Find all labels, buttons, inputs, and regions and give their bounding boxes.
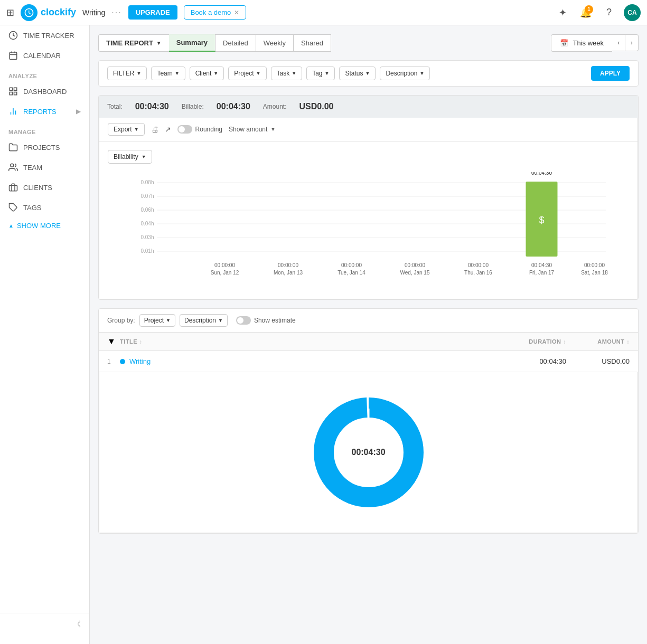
clockify-icon: [24, 7, 34, 18]
group-project-caret-icon: ▼: [166, 318, 171, 323]
donut-chart: 00:04:30: [305, 389, 432, 516]
show-estimate-switch[interactable]: [236, 316, 251, 325]
show-more-button[interactable]: ▲ SHOW MORE: [0, 217, 89, 234]
group-project-select[interactable]: Project ▼: [139, 314, 175, 327]
print-icon[interactable]: 🖨: [151, 125, 158, 134]
donut-chart-section: 00:04:30: [99, 372, 638, 533]
description-caret-icon: ▼: [419, 71, 424, 76]
share-icon[interactable]: ↗: [165, 125, 171, 134]
toggle-dot: [179, 126, 185, 132]
billability-select[interactable]: Billability ▼: [108, 150, 152, 164]
table-row: 1 Writing 00:04:30 USD0.00: [99, 351, 638, 372]
time-report-button[interactable]: TIME REPORT ▼: [98, 34, 169, 52]
sidebar-item-time-tracker[interactable]: TIME TRACKER: [0, 25, 89, 45]
team-filter-button[interactable]: Team ▼: [151, 67, 185, 80]
svg-text:00:00:00: 00:00:00: [405, 262, 425, 268]
sidebar-item-projects[interactable]: PROJECTS: [0, 137, 89, 157]
tab-detailed[interactable]: Detailed: [215, 34, 256, 52]
rounding-toggle-switch[interactable]: [177, 125, 192, 134]
tags-icon: [8, 203, 18, 212]
sidebar-label-reports: REPORTS: [23, 108, 57, 116]
group-project-label: Project: [144, 317, 164, 324]
collapse-all-icon[interactable]: ▼: [107, 337, 120, 346]
project-name[interactable]: Writing: [129, 357, 503, 365]
top-navigation: ⊞ clockify Writing ··· UPGRADE Book a de…: [0, 0, 647, 25]
book-demo-button[interactable]: Book a demo ✕: [184, 5, 247, 20]
calendar-small-icon: 📅: [560, 39, 568, 47]
sidebar-label-tags: TAGS: [23, 204, 41, 212]
logo[interactable]: clockify: [21, 4, 76, 21]
sidebar-label-clients: CLIENTS: [23, 184, 52, 192]
notifications-button[interactable]: 🔔 1: [577, 4, 594, 21]
rounding-toggle[interactable]: Rounding: [177, 125, 222, 134]
sidebar-label-dashboard: DASHBOARD: [23, 88, 67, 96]
show-amount-caret-icon: ▼: [270, 127, 275, 132]
show-estimate-label: Show estimate: [254, 317, 296, 324]
col-header-duration: DURATION ↕: [503, 338, 566, 345]
svg-point-12: [11, 164, 14, 167]
show-estimate-toggle[interactable]: Show estimate: [236, 316, 296, 325]
tab-weekly[interactable]: Weekly: [256, 34, 294, 52]
title-sort-icon[interactable]: ↕: [139, 339, 143, 345]
magic-icon[interactable]: ✦: [554, 4, 571, 21]
date-range-button[interactable]: 📅 This week: [551, 34, 612, 52]
svg-rect-6: [14, 88, 17, 90]
sidebar-label-team: TEAM: [23, 164, 42, 172]
status-filter-button[interactable]: Status ▼: [339, 67, 376, 80]
filter-button[interactable]: FILTER ▼: [107, 67, 147, 80]
svg-text:Sat, Jan 18: Sat, Jan 18: [581, 270, 608, 276]
tab-summary[interactable]: Summary: [169, 34, 215, 52]
help-button[interactable]: ?: [601, 4, 617, 21]
project-filter-button[interactable]: Project ▼: [228, 67, 266, 80]
apply-filter-button[interactable]: APPLY: [591, 66, 630, 81]
next-period-button[interactable]: ›: [625, 34, 639, 51]
sidebar-item-team[interactable]: TEAM: [0, 157, 89, 177]
tab-shared[interactable]: Shared: [294, 34, 331, 52]
table-header: ▼ TITLE ↕ DURATION ↕ AMOUNT ↕: [99, 333, 638, 351]
bar-chart-svg: 0.08h 0.07h 0.06h 0.04h 0.03h 0.01h 00:0…: [108, 172, 629, 288]
grid-icon[interactable]: ⊞: [6, 7, 14, 18]
book-demo-label: Book a demo: [191, 8, 231, 16]
svg-text:00:00:00: 00:00:00: [214, 262, 235, 268]
tag-filter-button[interactable]: Tag ▼: [306, 67, 335, 80]
prev-period-button[interactable]: ‹: [612, 34, 625, 51]
sidebar-item-reports[interactable]: REPORTS ▶: [0, 101, 89, 121]
filter-caret-icon: ▼: [136, 71, 141, 76]
sidebar-item-tags[interactable]: TAGS: [0, 197, 89, 217]
svg-rect-5: [10, 88, 12, 90]
close-demo-icon[interactable]: ✕: [234, 9, 239, 16]
sidebar-item-calendar[interactable]: CALENDAR: [0, 45, 89, 65]
time-report-label: TIME REPORT: [106, 39, 153, 47]
main-layout: TIME TRACKER CALENDAR ANALYZE DASHBOARD …: [0, 25, 647, 644]
workspace-menu-dots[interactable]: ···: [111, 8, 121, 17]
clock-icon: [8, 31, 18, 40]
sidebar-label-calendar: CALENDAR: [23, 52, 61, 60]
description-filter-button[interactable]: Description ▼: [380, 67, 430, 80]
amount-label: Amount:: [263, 103, 287, 110]
group-description-select[interactable]: Description ▼: [180, 314, 228, 327]
billable-value: 00:04:30: [217, 102, 250, 111]
task-caret-icon: ▼: [292, 71, 296, 76]
amount-sort-icon[interactable]: ↕: [627, 339, 630, 345]
svg-text:00:00:00: 00:00:00: [278, 262, 298, 268]
billability-label: Billability: [114, 153, 138, 160]
total-label: Total:: [107, 103, 123, 110]
project-caret-icon: ▼: [256, 71, 261, 76]
row-amount: USD0.00: [566, 357, 630, 365]
show-amount-button[interactable]: Show amount ▼: [229, 126, 275, 133]
svg-rect-8: [10, 92, 12, 95]
report-header: TIME REPORT ▼ Summary Detailed Weekly Sh…: [98, 34, 639, 52]
user-avatar[interactable]: CA: [624, 4, 641, 21]
collapse-sidebar-button[interactable]: 《: [0, 613, 89, 636]
export-button[interactable]: Export ▼: [108, 123, 145, 136]
sidebar-item-dashboard[interactable]: DASHBOARD: [0, 81, 89, 101]
upgrade-button[interactable]: UPGRADE: [128, 5, 177, 20]
show-more-label: SHOW MORE: [17, 222, 61, 230]
svg-text:Wed, Jan 15: Wed, Jan 15: [400, 270, 430, 276]
client-filter-button[interactable]: Client ▼: [190, 67, 224, 80]
client-caret-icon: ▼: [213, 71, 218, 76]
task-filter-button[interactable]: Task ▼: [271, 67, 303, 80]
sidebar-item-clients[interactable]: CLIENTS: [0, 177, 89, 197]
team-caret-icon: ▼: [175, 71, 180, 76]
total-value: 00:04:30: [135, 102, 169, 111]
